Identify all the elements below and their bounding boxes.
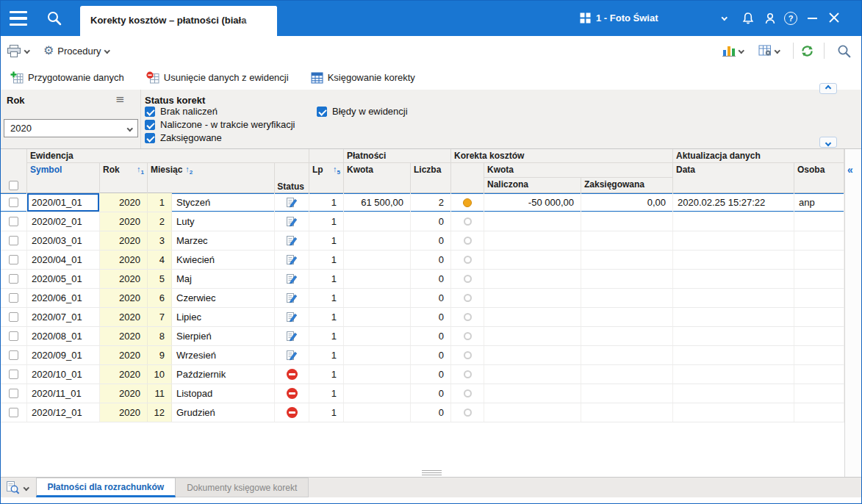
cell-korekta-status[interactable] xyxy=(451,327,484,345)
cell-osoba[interactable]: anp xyxy=(794,193,844,212)
cell-status[interactable] xyxy=(275,193,309,212)
cell-rok[interactable]: 2020 xyxy=(100,231,148,250)
chart-view-button[interactable] xyxy=(722,36,744,65)
cell-liczba[interactable]: 2 xyxy=(411,193,451,212)
cell-miesiac-nr[interactable]: 7 xyxy=(148,308,172,326)
search-records-button[interactable] xyxy=(836,36,852,65)
cell-symbol[interactable]: 2020/11_01 xyxy=(27,384,100,403)
cell-liczba[interactable]: 0 xyxy=(411,365,451,384)
col-symbol[interactable]: Symbol xyxy=(27,163,100,193)
cell-status[interactable] xyxy=(275,384,309,403)
cell-kwota-platnosci[interactable] xyxy=(344,384,411,403)
col-osoba[interactable]: Osoba xyxy=(794,163,844,193)
col-data[interactable]: Data xyxy=(673,163,794,193)
row-checkbox[interactable] xyxy=(9,293,18,303)
cell-naliczona[interactable] xyxy=(484,365,581,384)
cell-lp[interactable]: 1 xyxy=(309,231,344,250)
cell-osoba[interactable] xyxy=(794,308,844,326)
cell-miesiac-nr[interactable]: 6 xyxy=(148,289,172,307)
cell-zaksiegowana[interactable]: 0,00 xyxy=(581,193,673,212)
cell-zaksiegowana[interactable] xyxy=(581,403,673,422)
row-checkbox[interactable] xyxy=(9,255,18,264)
cell-status[interactable] xyxy=(275,327,309,345)
cell-symbol[interactable]: 2020/12_01 xyxy=(27,403,100,422)
cell-status[interactable] xyxy=(275,346,309,364)
cell-miesiac-nr[interactable]: 1 xyxy=(148,193,172,212)
cell-rok[interactable]: 2020 xyxy=(100,365,148,384)
cell-rok[interactable]: 2020 xyxy=(100,327,148,345)
cell-miesiac[interactable]: Wrzesień xyxy=(172,346,275,364)
col-liczba[interactable]: Liczba xyxy=(411,163,451,193)
cell-naliczona[interactable] xyxy=(484,270,581,288)
table-row[interactable]: 2020/08_01 2020 8 Sierpień 1 0 xyxy=(1,327,844,346)
year-select[interactable]: 2020 xyxy=(4,119,138,137)
cell-miesiac-nr[interactable]: 5 xyxy=(148,270,172,288)
cell-lp[interactable]: 1 xyxy=(309,193,344,212)
cell-lp[interactable]: 1 xyxy=(309,365,344,384)
cell-naliczona[interactable] xyxy=(484,251,581,269)
cell-miesiac-nr[interactable]: 2 xyxy=(148,212,172,231)
cell-kwota-platnosci[interactable] xyxy=(344,365,411,384)
cell-liczba[interactable]: 0 xyxy=(411,231,451,250)
cell-korekta-status[interactable] xyxy=(451,270,484,288)
cell-korekta-status[interactable] xyxy=(451,365,484,384)
cell-kwota-platnosci[interactable] xyxy=(344,289,411,307)
cell-symbol[interactable]: 2020/01_01 xyxy=(27,193,100,212)
cell-kwota-platnosci[interactable] xyxy=(344,308,411,326)
cell-zaksiegowana[interactable] xyxy=(581,384,673,403)
cell-zaksiegowana[interactable] xyxy=(581,289,673,307)
cell-liczba[interactable]: 0 xyxy=(411,212,451,231)
cell-kwota-platnosci[interactable] xyxy=(344,346,411,364)
cell-symbol[interactable]: 2020/07_01 xyxy=(27,308,100,326)
cell-data[interactable] xyxy=(673,403,794,422)
cell-liczba[interactable]: 0 xyxy=(411,308,451,326)
bottom-tab-dokumenty[interactable]: Dokumenty księgowe korekt xyxy=(176,478,309,497)
cell-naliczona[interactable] xyxy=(484,231,581,250)
col-lp[interactable]: Lp ↑5 xyxy=(309,163,344,193)
search-icon[interactable] xyxy=(46,10,62,26)
row-checkbox[interactable] xyxy=(9,312,18,322)
cell-data[interactable] xyxy=(673,212,794,231)
row-checkbox[interactable] xyxy=(9,198,18,207)
table-row[interactable]: 2020/10_01 2020 10 Październik 1 0 xyxy=(1,365,844,384)
row-checkbox[interactable] xyxy=(9,389,18,398)
cell-osoba[interactable] xyxy=(794,270,844,288)
cell-naliczona[interactable] xyxy=(484,289,581,307)
cell-status[interactable] xyxy=(275,251,309,269)
notifications-bell-icon[interactable] xyxy=(741,12,755,25)
col-miesiac[interactable]: Miesiąc ↑2 xyxy=(148,163,275,193)
col-kwota-platnosci[interactable]: Kwota xyxy=(344,163,411,193)
cell-miesiac[interactable]: Maj xyxy=(172,270,275,288)
col-status[interactable]: Status xyxy=(275,163,309,193)
company-selector-label[interactable]: 1 - Foto Świat xyxy=(596,12,658,24)
cell-rok[interactable]: 2020 xyxy=(100,212,148,231)
cell-data[interactable] xyxy=(673,270,794,288)
cell-liczba[interactable]: 0 xyxy=(411,346,451,364)
cell-osoba[interactable] xyxy=(794,384,844,403)
cell-status[interactable] xyxy=(275,365,309,384)
cell-lp[interactable]: 1 xyxy=(309,403,344,422)
table-row[interactable]: 2020/12_01 2020 12 Grudzień 1 0 xyxy=(1,403,844,422)
cell-status[interactable] xyxy=(275,403,309,422)
collapse-panel-down-button[interactable] xyxy=(819,137,837,148)
cell-rok[interactable]: 2020 xyxy=(100,193,148,212)
prepare-data-button[interactable]: Przygotowanie danych xyxy=(7,69,128,86)
module-tab[interactable]: Korekty kosztów – płatności (biała xyxy=(80,6,277,36)
cell-miesiac[interactable]: Czerwiec xyxy=(172,289,275,307)
cell-miesiac-nr[interactable]: 12 xyxy=(148,403,172,422)
cell-osoba[interactable] xyxy=(794,251,844,269)
row-checkbox[interactable] xyxy=(9,350,18,360)
table-row[interactable]: 2020/05_01 2020 5 Maj 1 0 xyxy=(1,270,844,289)
cell-data[interactable] xyxy=(673,251,794,269)
print-button[interactable] xyxy=(7,36,29,65)
cell-naliczona[interactable] xyxy=(484,346,581,364)
checkbox-zaksiegowane[interactable]: Zaksięgowane xyxy=(145,132,222,143)
col-rok[interactable]: Rok ↑1 xyxy=(100,163,148,193)
cell-rok[interactable]: 2020 xyxy=(100,384,148,403)
table-row[interactable]: 2020/01_01 2020 1 Styczeń 1 61 500,00 2 … xyxy=(1,193,844,212)
cell-kwota-platnosci[interactable] xyxy=(344,212,411,231)
cell-naliczona[interactable]: -50 000,00 xyxy=(484,193,581,212)
cell-lp[interactable]: 1 xyxy=(309,212,344,231)
checkbox-bledy[interactable]: Błędy w ewidencji xyxy=(317,106,408,117)
table-row[interactable]: 2020/11_01 2020 11 Listopad 1 0 xyxy=(1,384,844,403)
